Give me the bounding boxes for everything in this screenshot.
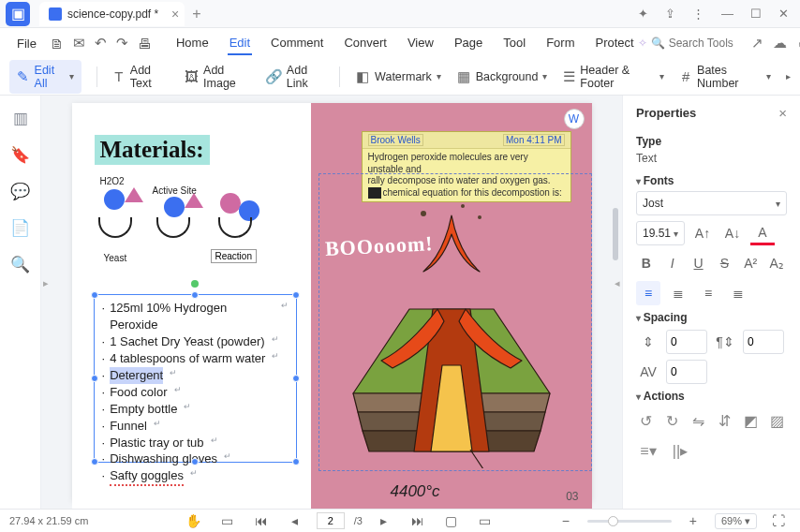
list-item[interactable]: ·Food color↵ bbox=[102, 384, 289, 401]
comment-icon[interactable]: 💬 bbox=[10, 182, 30, 201]
grow-font-button[interactable]: A↑ bbox=[690, 221, 715, 245]
line-spacing-input[interactable] bbox=[666, 330, 707, 354]
add-image-button[interactable]: 🖼Add Image bbox=[185, 64, 252, 90]
close-panel-icon[interactable]: × bbox=[778, 105, 787, 121]
list-item[interactable]: ·Funnel↵ bbox=[102, 418, 289, 435]
underline-button[interactable]: U bbox=[689, 251, 709, 275]
superscript-button[interactable]: A² bbox=[740, 251, 761, 275]
font-size-select[interactable]: 19.51▾ bbox=[636, 221, 685, 245]
header-footer-button[interactable]: ☰Header & Footer▾ bbox=[562, 64, 664, 90]
minimize-button[interactable]: — bbox=[718, 5, 737, 22]
bold-button[interactable]: B bbox=[636, 251, 657, 275]
word-badge-icon[interactable]: W bbox=[564, 109, 585, 129]
last-page-button[interactable]: ⏭ bbox=[406, 509, 430, 532]
ai-icon[interactable]: ✦ bbox=[634, 5, 652, 22]
rotate-cw-button[interactable]: ↻ bbox=[662, 408, 681, 433]
resize-handle[interactable] bbox=[292, 458, 300, 466]
search-input[interactable] bbox=[669, 37, 746, 50]
selected-text-frame[interactable]: ·125ml 10% Hydrogen Peroxide↵·1 Sachet D… bbox=[94, 294, 297, 463]
list-item[interactable]: ·1 Sachet Dry Yeast (powder)↵ bbox=[102, 333, 289, 350]
list-item[interactable]: ·4 tablespoons of warm water↵ bbox=[102, 350, 289, 367]
list-style-button[interactable]: ≡▾ bbox=[636, 438, 660, 463]
subscript-button[interactable]: A₂ bbox=[766, 251, 787, 275]
menu-home[interactable]: Home bbox=[174, 32, 211, 55]
next-page-button[interactable]: ▸ bbox=[372, 509, 396, 532]
list-item[interactable]: ·Empty bottle↵ bbox=[102, 401, 289, 418]
strike-button[interactable]: S bbox=[714, 251, 734, 275]
share-icon[interactable]: ⇪ bbox=[661, 5, 679, 22]
menu-view[interactable]: View bbox=[406, 32, 436, 55]
kebab-icon[interactable]: ⋮ bbox=[689, 5, 708, 22]
canvas[interactable]: ▸ Materials: H2O2 Active Site Yeast bbox=[41, 96, 622, 509]
resize-handle[interactable] bbox=[292, 375, 300, 382]
add-link-button[interactable]: 🔗Add Link bbox=[267, 64, 324, 90]
replace-button[interactable]: ▨ bbox=[768, 408, 787, 433]
menu-convert[interactable]: Convert bbox=[342, 32, 389, 55]
add-text-button[interactable]: TAdd Text bbox=[112, 64, 170, 90]
redo-icon[interactable]: ↷ bbox=[112, 33, 132, 53]
zoom-value[interactable]: 69% ▾ bbox=[715, 513, 757, 529]
undo-icon[interactable]: ↶ bbox=[91, 33, 111, 53]
fit-page-icon[interactable]: ▢ bbox=[439, 509, 464, 532]
resize-handle[interactable] bbox=[292, 291, 300, 299]
menu-form[interactable]: Form bbox=[544, 32, 576, 55]
italic-button[interactable]: I bbox=[662, 251, 683, 275]
rotate-handle[interactable] bbox=[191, 280, 199, 288]
open-external-icon[interactable]: ↗ bbox=[748, 33, 767, 53]
flip-v-button[interactable]: ⇵ bbox=[716, 408, 734, 433]
resize-handle[interactable] bbox=[91, 375, 98, 382]
zoom-out-button[interactable]: − bbox=[554, 509, 578, 532]
document-tab[interactable]: science-copy.pdf * × bbox=[39, 2, 185, 26]
flip-h-button[interactable]: ⇋ bbox=[689, 408, 707, 433]
indent-button[interactable]: ||▸ bbox=[668, 438, 692, 463]
char-spacing-input[interactable] bbox=[666, 360, 707, 384]
resize-handle[interactable] bbox=[91, 291, 98, 299]
zoom-in-button[interactable]: + bbox=[681, 509, 705, 532]
menu-comment[interactable]: Comment bbox=[269, 32, 325, 55]
fit-width-icon[interactable]: ▭ bbox=[473, 509, 497, 532]
mail-icon[interactable]: ✉ bbox=[69, 33, 89, 53]
cloud-icon[interactable]: ☁ bbox=[769, 33, 791, 53]
list-item[interactable]: ·Plastic tray or tub↵ bbox=[102, 435, 289, 451]
thumbnails-icon[interactable]: ▥ bbox=[13, 109, 28, 128]
new-tab-button[interactable]: + bbox=[192, 6, 200, 22]
prev-page-button[interactable]: ◂ bbox=[283, 509, 307, 532]
crop-button[interactable]: ◩ bbox=[742, 408, 761, 433]
list-item[interactable]: ·Safty goggles↵ bbox=[102, 467, 289, 486]
save-icon[interactable]: 🗎 bbox=[46, 34, 67, 53]
hand-tool-icon[interactable]: ✋ bbox=[182, 509, 206, 532]
resize-handle[interactable] bbox=[191, 458, 199, 466]
menu-file[interactable]: File bbox=[9, 33, 44, 54]
first-page-button[interactable]: ⏮ bbox=[249, 509, 274, 532]
font-family-select[interactable]: Jost▾ bbox=[636, 191, 787, 215]
rotate-ccw-button[interactable]: ↺ bbox=[636, 408, 655, 433]
zoom-slider[interactable] bbox=[587, 520, 672, 523]
align-justify-button[interactable]: ≣ bbox=[726, 281, 750, 305]
bookmark-icon[interactable]: 🔖 bbox=[10, 145, 30, 165]
toolbar-overflow-icon[interactable]: ▸ bbox=[786, 71, 791, 81]
menu-edit[interactable]: Edit bbox=[228, 32, 252, 55]
page-input[interactable] bbox=[317, 512, 345, 529]
resize-handle[interactable] bbox=[191, 291, 199, 299]
bates-number-button[interactable]: #Bates Number▾ bbox=[679, 64, 771, 90]
search-icon[interactable]: 🔍 bbox=[10, 255, 30, 274]
page-right[interactable]: W Brook Wells Mon 4:11 PM Hydrogen perox… bbox=[311, 103, 592, 509]
menu-protect[interactable]: Protect bbox=[593, 32, 635, 55]
zoom-thumb[interactable] bbox=[608, 516, 618, 526]
list-item[interactable]: ·Detergent↵ bbox=[102, 367, 289, 384]
font-color-button[interactable]: A bbox=[750, 221, 775, 245]
print-icon[interactable]: 🖶 bbox=[134, 34, 156, 53]
select-tool-icon[interactable]: ▭ bbox=[215, 509, 240, 532]
resize-handle[interactable] bbox=[91, 458, 98, 466]
align-right-button[interactable]: ≡ bbox=[696, 281, 720, 305]
wand-icon[interactable]: ✧ bbox=[638, 37, 647, 50]
list-item[interactable]: ·125ml 10% Hydrogen Peroxide↵ bbox=[102, 300, 289, 333]
align-center-button[interactable]: ≣ bbox=[666, 281, 690, 305]
menu-tool[interactable]: Tool bbox=[501, 32, 527, 55]
edit-all-button[interactable]: ✎Edit All▾ bbox=[9, 60, 81, 94]
close-tab-icon[interactable]: × bbox=[171, 7, 179, 22]
profile-icon[interactable]: ☺ bbox=[793, 34, 800, 53]
align-left-button[interactable]: ≡ bbox=[636, 281, 660, 305]
attachments-icon[interactable]: 📄 bbox=[10, 218, 30, 238]
expand-right-icon[interactable]: ◂ bbox=[615, 277, 620, 289]
